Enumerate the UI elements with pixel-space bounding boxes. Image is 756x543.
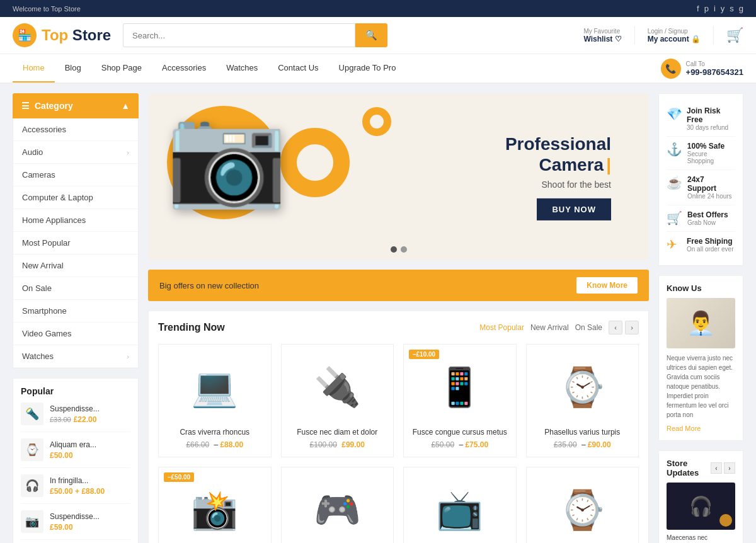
know-us-link[interactable]: Read More (667, 425, 701, 432)
account-label: Login / Signup (648, 28, 701, 35)
feature-sub-4: Grab Now (687, 219, 728, 226)
popular-price-1: £33.00£22.00 (50, 414, 130, 424)
popular-img-3: 🎧 (21, 474, 43, 497)
soundcloud-icon[interactable]: s (730, 4, 734, 13)
popular-item-2[interactable]: ⌚ Aliquam era... £50.00 (21, 438, 130, 468)
trending-section: Trending Now Most Popular New Arrival On… (148, 311, 649, 543)
product-7[interactable]: 📺 Morbi varius ligula eget... £55.00 £45… (403, 467, 517, 543)
search-button[interactable]: 🔍 (355, 23, 387, 47)
category-accessories[interactable]: Accessories (13, 118, 138, 141)
instagram-icon[interactable]: i (714, 4, 716, 13)
hero-text: ProfessionalCamera| Shoot for the best B… (505, 133, 611, 220)
youtube-icon[interactable]: y (721, 4, 725, 13)
category-video-games[interactable]: Video Games (13, 323, 138, 345)
category-header-left: ☰ Category (21, 101, 73, 111)
feature-shipping: ✈ Free Shiping On all order ever (667, 232, 735, 258)
feature-title-4: Best Offers (687, 210, 728, 219)
category-cameras[interactable]: Cameras (13, 164, 138, 186)
product-2[interactable]: 🔌 Fusce nec diam et dolor £100.00 £99.00 (281, 344, 394, 457)
account-action[interactable]: Login / Signup My account 🔒 (648, 28, 701, 43)
logo-area[interactable]: 🏪 Top Store (13, 23, 113, 47)
store-updates-box: Store Updates ‹ › 🎧 Maecenas nec venenat… (658, 450, 743, 543)
category-list: Accessories Audio › Cameras Computer & L… (13, 118, 139, 369)
coffee-icon: ☕ (667, 175, 682, 190)
store-updates-title: Store Updates (667, 459, 711, 477)
category-new-arrival[interactable]: New Arrival (13, 254, 138, 277)
category-audio[interactable]: Audio › (13, 141, 138, 164)
filter-new-arrival[interactable]: New Arrival (530, 321, 569, 334)
popular-item-1[interactable]: 🔦 Suspendisse... £33.00£22.00 (21, 403, 130, 432)
popular-item-4[interactable]: 📷 Suspendisse... £59.00 (21, 510, 130, 540)
product-img-4: ⌚ (534, 352, 631, 421)
anchor-icon: ⚓ (667, 142, 682, 157)
nav-contact[interactable]: Contact Us (268, 54, 328, 83)
main-content: ☰ Category ▲ Accessories Audio › Cameras… (0, 84, 756, 543)
prev-arrow[interactable]: ‹ (609, 321, 622, 334)
feature-title-5: Free Shiping (687, 237, 733, 246)
feature-text-2: 100% Safe Secure Shopping (687, 142, 735, 164)
nav-upgrade[interactable]: Upgrade To Pro (329, 54, 406, 83)
category-header[interactable]: ☰ Category ▲ (13, 93, 139, 118)
cart-icon[interactable]: 🛒 (726, 27, 743, 43)
search-input[interactable] (123, 23, 355, 47)
camera-image: 📷 (166, 98, 287, 213)
nav-accessories[interactable]: Accessories (152, 54, 216, 83)
category-on-sale[interactable]: On Sale (13, 277, 138, 300)
feature-sub-5: On all order ever (687, 246, 733, 253)
nav-blog[interactable]: Blog (55, 54, 91, 83)
category-most-popular[interactable]: Most Popular (13, 232, 138, 254)
features-box: 💎 Join Risk Free 30 days refund ⚓ 100% S… (658, 93, 743, 266)
category-title: Category (35, 101, 73, 111)
logo-icon: 🏪 (13, 23, 37, 47)
social-icons: f p i y s g (697, 4, 743, 13)
product-img-6: 🎮 (289, 475, 386, 543)
nav-watches[interactable]: Watches (216, 54, 268, 83)
popular-section: Popular 🔦 Suspendisse... £33.00£22.00 ⌚ … (13, 378, 139, 543)
filter-arrows: ‹ › (609, 321, 639, 334)
category-smartphone[interactable]: Smartphone (13, 300, 138, 323)
know-us-title: Know Us (667, 283, 735, 293)
offers-button[interactable]: Know More (576, 277, 638, 294)
product-badge-3: –£10.00 (409, 350, 439, 359)
category-computer[interactable]: Computer & Laptop (13, 186, 138, 209)
update-image: 🎧 (667, 483, 735, 530)
product-4[interactable]: ⌚ Phasellus varius turpis £35.00 – £90.0… (526, 344, 639, 457)
feature-title-3: 24x7 Support (687, 175, 735, 193)
dot-2[interactable] (401, 246, 407, 253)
category-collapse-icon[interactable]: ▲ (121, 101, 130, 111)
offers-text: Big offers on new collection (159, 281, 259, 290)
wishlist-sub: Wishlist ♡ (583, 35, 621, 43)
popular-name-1: Suspendisse... (50, 404, 130, 413)
header-actions: My Favourite Wishlist ♡ Login / Signup M… (583, 26, 743, 45)
hero-buy-button[interactable]: BUY NOW (537, 198, 611, 220)
feature-risk-free: 💎 Join Risk Free 30 days refund (667, 101, 735, 137)
popular-price-2: £50.00 (50, 450, 130, 460)
left-sidebar: ☰ Category ▲ Accessories Audio › Cameras… (13, 93, 139, 543)
product-6[interactable]: 🎮 Curabitur ultrices ante... £99.00 £88.… (281, 467, 394, 543)
next-arrow[interactable]: › (625, 321, 639, 334)
product-3[interactable]: –£10.00 📱 Fusce congue cursus metus £50.… (403, 344, 517, 457)
dot-1[interactable] (391, 246, 397, 253)
product-img-3: 📱 (411, 352, 508, 421)
product-name-4: Phasellus varius turpis (534, 428, 631, 437)
category-watches[interactable]: Watches › (13, 345, 138, 368)
product-8[interactable]: ⌚ Morbi mattis ipsum sem £33.00 (526, 467, 639, 543)
wishlist-action[interactable]: My Favourite Wishlist ♡ (583, 28, 621, 43)
su-next-arrow[interactable]: › (724, 462, 735, 474)
hero-dots (391, 246, 407, 253)
pinterest-icon[interactable]: p (704, 4, 709, 13)
popular-info-4: Suspendisse... £59.00 (50, 512, 130, 532)
filter-on-sale[interactable]: On Sale (575, 321, 602, 334)
su-prev-arrow[interactable]: ‹ (711, 462, 722, 474)
facebook-icon[interactable]: f (697, 4, 699, 13)
category-home-appliances[interactable]: Home Appliances (13, 209, 138, 232)
product-5[interactable]: –£50.00 📸 Aenean non pellentesque... £50… (158, 467, 272, 543)
product-1[interactable]: 💻 Cras viverra rhoncus £66.00 – £88.00 (158, 344, 272, 457)
nav-shop[interactable]: Shop Page (91, 54, 152, 83)
hero-subtitle: Shoot for the best (505, 180, 611, 190)
nav-home[interactable]: Home (13, 54, 55, 83)
popular-name-3: In fringilla... (50, 476, 130, 485)
popular-item-3[interactable]: 🎧 In fringilla... £50.00 + £88.00 (21, 474, 130, 504)
google-icon[interactable]: g (739, 4, 743, 13)
filter-most-popular[interactable]: Most Popular (479, 321, 524, 334)
